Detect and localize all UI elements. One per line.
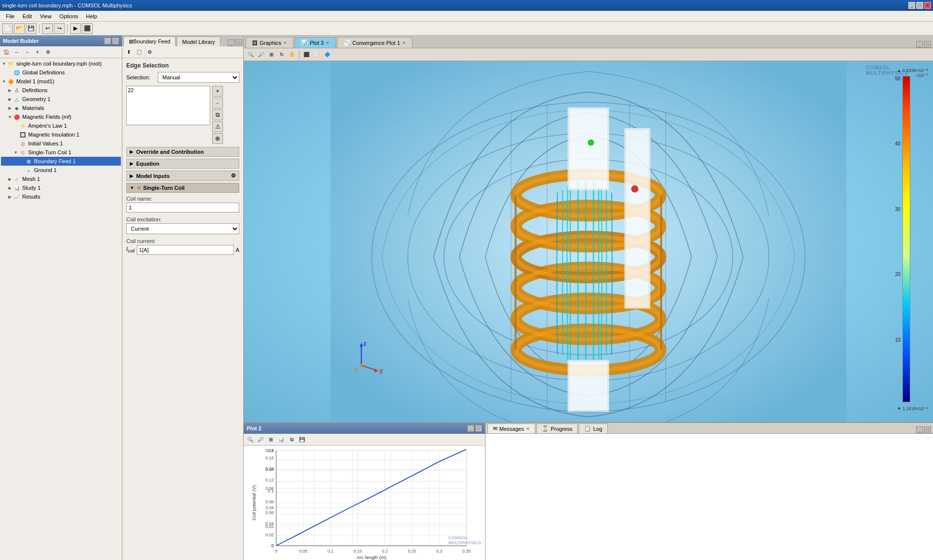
home-btn[interactable]: 🏠: [1, 48, 11, 57]
edge-warn-btn[interactable]: ⚠: [212, 121, 223, 132]
tree-label-mag-ins: Magnetic Insulation 1: [28, 132, 79, 138]
plot2-minimize[interactable]: _: [467, 425, 474, 432]
svg-text:0.08: 0.08: [265, 499, 274, 504]
pan-btn[interactable]: ✋: [287, 50, 297, 59]
zoom-fit-btn[interactable]: ⊞: [266, 50, 276, 59]
menu-file[interactable]: File: [2, 12, 19, 20]
override-section-header[interactable]: ▶ Override and Contribution: [126, 147, 239, 157]
tree-item-coil1[interactable]: ▼ ⊙ Single-Turn Coil 1: [1, 148, 121, 157]
tree-item-geom1[interactable]: ▶ △ Geometry 1: [1, 95, 121, 104]
tree-item-global-def[interactable]: 🌐 Global Definitions: [1, 68, 121, 77]
plot2-zoom-out[interactable]: 🔎: [256, 435, 265, 444]
mid-tool-2[interactable]: 📋: [134, 48, 144, 57]
msg-minimize[interactable]: _: [916, 426, 923, 433]
mid-tool-3[interactable]: ⚙: [145, 48, 154, 57]
model-inputs-header[interactable]: ▶ Model Inputs ⚙: [126, 171, 239, 181]
tree-label-global: Global Definitions: [22, 70, 65, 75]
view-front[interactable]: ⬛: [301, 50, 311, 59]
tab-convergence[interactable]: 📉 Convergence Plot 1 ✕: [337, 37, 412, 48]
graphics-tabs: 🖼 Graphics ✕ 📊 Plot 3 ✕ 📉 Convergence Pl…: [244, 35, 933, 48]
view-top[interactable]: ⬜: [312, 50, 322, 59]
close-button[interactable]: ✕: [924, 2, 931, 9]
mid-panel-minimize[interactable]: _: [227, 39, 234, 46]
tree-item-model1[interactable]: ▼ 🔶 Model 1 (mod1): [1, 77, 121, 86]
tab-convergence-close[interactable]: ✕: [402, 40, 406, 45]
tree-item-ampere[interactable]: ⚡ Ampère's Law 1: [1, 121, 121, 130]
svg-rect-22: [568, 107, 609, 190]
graphics-panel-minimize[interactable]: _: [916, 41, 923, 48]
msg-maximize[interactable]: □: [924, 426, 931, 433]
tree-item-mag-ins[interactable]: 🔲 Magnetic Insulation 1: [1, 130, 121, 139]
settings-btn[interactable]: ⚙: [43, 48, 53, 57]
tab-progress[interactable]: ⌛ Progress: [536, 423, 578, 433]
tab-messages-close[interactable]: ✕: [526, 426, 530, 431]
edge-remove-btn[interactable]: -: [212, 98, 223, 108]
plot2-fit[interactable]: ⊞: [266, 435, 276, 444]
equation-section-header[interactable]: ▶ Equation: [126, 159, 239, 169]
tree-item-ground1[interactable]: ⏚ Ground 1: [1, 166, 121, 175]
edge-add-btn[interactable]: +: [212, 86, 223, 97]
back-btn[interactable]: ←: [12, 48, 22, 57]
tree-item-materials[interactable]: ▶ ◆ Materials: [1, 104, 121, 112]
edge-copy-btn[interactable]: ⧉: [212, 109, 223, 120]
zoom-in-btn[interactable]: 🔍: [246, 50, 256, 59]
plot2-copy[interactable]: ⧉: [287, 435, 297, 444]
coil-current-input[interactable]: [137, 245, 234, 255]
tree-item-init[interactable]: ◎ Initial Values 1: [1, 139, 121, 148]
minimize-button[interactable]: _: [908, 2, 915, 9]
stop-button[interactable]: ⬛: [82, 23, 93, 34]
save-button[interactable]: 💾: [26, 23, 37, 34]
svg-text:x: x: [354, 366, 358, 373]
tab-graphics[interactable]: 🖼 Graphics ✕: [246, 37, 294, 48]
tree-item-results[interactable]: ▶ 📈 Results: [1, 192, 121, 201]
maximize-button[interactable]: □: [916, 2, 923, 9]
menu-options[interactable]: Options: [55, 12, 82, 20]
coil-excitation-select[interactable]: Current: [126, 223, 239, 234]
tab-graphics-close[interactable]: ✕: [283, 40, 287, 45]
tree-item-definitions[interactable]: ▶ Δ Definitions: [1, 86, 121, 95]
tab-plot3[interactable]: 📊 Plot 3 ✕: [295, 37, 336, 48]
menu-view[interactable]: View: [36, 12, 56, 20]
panel-maximize[interactable]: □: [112, 37, 119, 44]
svg-text:Coil potential (V): Coil potential (V): [251, 485, 257, 520]
tree-item-root[interactable]: ▼ 📁 single-turn coil boundary.mph (root): [1, 59, 121, 68]
plot2-maximize[interactable]: □: [475, 425, 482, 432]
selection-dropdown[interactable]: Manual: [158, 72, 239, 83]
plot2-zoom-in[interactable]: 🔍: [245, 435, 255, 444]
tab-messages[interactable]: ✉ Messages ✕: [487, 423, 535, 433]
tree-item-mesh1[interactable]: ▶ ⌂ Mesh 1: [1, 175, 121, 183]
tree-item-bfeed1[interactable]: ⊠ Boundary Feed 1: [1, 157, 121, 166]
tab-boundary-feed[interactable]: ⊠ Boundary Feed: [123, 36, 176, 46]
tree-item-mf[interactable]: ▼ 🔴 Magnetic Fields (mf): [1, 112, 121, 121]
zoom-out-btn[interactable]: 🔎: [256, 50, 266, 59]
plot2-table[interactable]: 📊: [276, 435, 286, 444]
mid-panel-maximize[interactable]: □: [235, 39, 242, 46]
compute-button[interactable]: ▶: [70, 23, 81, 34]
add-node-btn[interactable]: +: [33, 48, 42, 57]
graphics-panel-maximize[interactable]: □: [924, 41, 931, 48]
tree-item-study1[interactable]: ▶ 📊 Study 1: [1, 183, 121, 192]
tab-plot3-close[interactable]: ✕: [326, 40, 330, 45]
messages-panel: ✉ Messages ✕ ⌛ Progress 📋 Log _ □: [485, 423, 933, 560]
tab-model-library[interactable]: Model Library: [177, 36, 221, 46]
tree-icon-global: 🌐: [13, 69, 21, 76]
undo-button[interactable]: ↩: [42, 23, 53, 34]
panel-minimize[interactable]: _: [104, 37, 111, 44]
new-button[interactable]: 📄: [2, 23, 13, 34]
view-3d[interactable]: 🔷: [322, 50, 332, 59]
tree-icon-def: Δ: [13, 86, 21, 94]
menu-help[interactable]: Help: [82, 12, 101, 20]
coil-name-input[interactable]: [126, 203, 239, 212]
equation-label: Equation: [136, 161, 159, 167]
tab-log[interactable]: 📋 Log: [579, 423, 607, 433]
redo-button[interactable]: ↪: [54, 23, 65, 34]
single-turn-section[interactable]: ▼ ⊙ Single-Turn Coil: [126, 183, 239, 193]
rotate-btn[interactable]: ↻: [277, 50, 287, 59]
edge-center-btn[interactable]: ⊕: [212, 133, 223, 144]
forward-btn[interactable]: →: [22, 48, 32, 57]
open-button[interactable]: 📂: [14, 23, 25, 34]
svg-text:0: 0: [271, 543, 274, 548]
menu-edit[interactable]: Edit: [19, 12, 36, 20]
mid-tool-1[interactable]: ⬆: [124, 48, 134, 57]
plot2-export[interactable]: 💾: [297, 435, 307, 444]
